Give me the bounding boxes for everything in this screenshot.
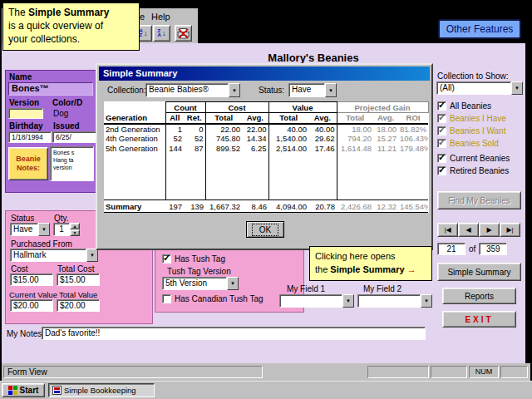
my-field1-select[interactable]	[279, 294, 354, 308]
issued-field[interactable]: 6/25/	[52, 131, 99, 143]
collection-title: Mallory's Beanies	[251, 52, 376, 64]
version-label: Version	[9, 98, 39, 107]
other-features-button[interactable]: Other Features	[438, 19, 521, 39]
start-button[interactable]: Start	[2, 383, 45, 397]
dialog-collection-select[interactable]: Beanie Babies®	[145, 83, 240, 97]
status-bar: Form View NUM	[2, 363, 530, 381]
list-item: All Beanies	[437, 101, 491, 111]
color-label: Color/D	[52, 98, 82, 107]
purchased-from-select[interactable]: Hallmark	[10, 249, 98, 262]
total-cost-field[interactable]: $15.00	[57, 273, 100, 286]
color-field[interactable]: Dog	[53, 109, 68, 118]
has-canadian-tush-tag-label: Has Canadian Tush Tag	[175, 294, 264, 303]
list-item: Beanies I Want	[437, 126, 505, 135]
all-beanies-checkbox[interactable]	[437, 101, 446, 111]
total-cost-label: Total Cost	[57, 264, 94, 273]
simple-summary-button[interactable]: Simple Summary	[437, 263, 521, 281]
tooltip-simple-summary-intro: The Simple Summary is a quick overview o…	[2, 2, 140, 51]
tush-tag-version-label: Tush Tag Version	[167, 267, 231, 276]
name-field[interactable]: Bones™	[8, 82, 93, 96]
beanie-info-panel: Name Bones™ Version Color/D Dog Birthday…	[5, 70, 96, 193]
beanies-sold-checkbox[interactable]	[437, 139, 446, 148]
total-value-label: Total Value	[59, 290, 97, 299]
retired-beanies-checkbox[interactable]	[437, 166, 446, 175]
arrow-down-icon: ↓	[144, 29, 148, 37]
beanies-i-want-checkbox[interactable]	[437, 126, 446, 135]
dialog-title-bar[interactable]: Simple Summary	[99, 66, 430, 81]
version-field[interactable]	[8, 108, 43, 119]
total-value-field[interactable]: $20.00	[57, 299, 100, 312]
chevron-down-icon	[86, 249, 98, 262]
quantity-field[interactable]: 1	[53, 223, 70, 236]
sort-az-icon: AZ	[140, 29, 143, 37]
ok-button[interactable]: OK	[246, 221, 284, 238]
print-icon	[177, 28, 190, 39]
reports-button[interactable]: Reports	[442, 288, 516, 304]
my-field2-label: My Field 2	[363, 284, 401, 293]
previous-record-button[interactable]: ◀	[458, 223, 479, 237]
record-navigation: |◀ ◀ ▶ ▶|	[437, 223, 520, 237]
current-value-label: Current Value	[9, 290, 57, 299]
collection-to-show-select[interactable]: (All)	[436, 81, 523, 95]
my-field2-select[interactable]	[357, 294, 432, 308]
dialog-status-select[interactable]: Have	[288, 83, 337, 97]
arrow-right-icon: →	[407, 264, 416, 274]
tooltip-clicking-here: Clicking here opens the Simple Summary →	[309, 246, 432, 281]
quantity-stepper[interactable]: ▲ ▼	[70, 223, 80, 236]
exit-button[interactable]: EXIT	[442, 311, 516, 328]
status-select[interactable]: Have	[10, 223, 50, 236]
next-record-button[interactable]: ▶	[479, 223, 500, 237]
table-filler-row	[104, 154, 428, 200]
first-record-button[interactable]: |◀	[437, 223, 458, 237]
issued-label: Issued	[53, 121, 80, 131]
my-notes-field[interactable]: Dad's favorite!!	[42, 327, 426, 340]
chevron-down-icon	[38, 223, 50, 236]
has-canadian-tush-tag-checkbox[interactable]	[162, 294, 171, 303]
my-field1-label: My Field 1	[287, 284, 325, 293]
taskbar: Start Simple Bookkeeping	[0, 381, 532, 399]
beanie-notes-preview[interactable]: Bones s Hang ta version	[50, 146, 94, 181]
last-record-button[interactable]: ▶|	[500, 223, 520, 237]
print-button[interactable]	[175, 25, 192, 42]
simple-bookkeeping-icon	[52, 386, 62, 395]
list-item: Current Beanies	[437, 154, 510, 163]
table-row: 4th Generation 52 52 745.80 14.34 1,540.…	[104, 134, 428, 144]
current-beanies-checkbox[interactable]	[437, 154, 446, 163]
dialog-collection-label: Collection:	[107, 86, 146, 95]
arrow-down-icon: ↓	[162, 29, 166, 37]
view-mode-status: Form View	[3, 366, 263, 378]
simple-summary-dialog: Simple Summary Collection: Beanie Babies…	[96, 63, 433, 250]
chevron-down-icon	[421, 294, 432, 308]
list-item: Retired Beanies	[437, 166, 509, 175]
cost-field[interactable]: $15.00	[10, 273, 53, 286]
table-row: 2nd Generation 1 0 22.00 22.00 40.00 40.…	[104, 124, 428, 134]
chevron-down-icon	[511, 81, 523, 95]
tush-tag-version-select[interactable]: 5th Version	[162, 277, 239, 290]
qty-label: Qty.	[54, 214, 69, 223]
summary-table: Count Cost Value Projected Gain Generati…	[104, 101, 429, 213]
has-tush-tag-label: Has Tush Tag	[175, 254, 225, 264]
dialog-status-label: Status:	[259, 86, 284, 95]
birthday-field[interactable]: 1/18/1994	[8, 131, 52, 143]
has-tush-tag-checkbox[interactable]	[162, 254, 171, 264]
screen: e Help AZ ↓ ZA ↓ Mallory's Beanies	[0, 0, 532, 399]
spin-down-button[interactable]: ▼	[70, 229, 80, 236]
status-label: Status	[11, 214, 34, 223]
beanies-i-have-checkbox[interactable]	[437, 114, 446, 123]
table-summary-row: Summary 197 139 1,667.32 8.46 4,094.00 2…	[104, 200, 428, 213]
birthday-label: Birthday	[9, 121, 43, 131]
chevron-down-icon	[342, 294, 354, 308]
taskbar-task-simple-bookkeeping[interactable]: Simple Bookkeeping	[48, 383, 155, 397]
menu-item-help[interactable]: Help	[151, 12, 170, 22]
list-item: Beanies I Have	[437, 114, 506, 123]
chevron-down-icon	[229, 83, 240, 97]
sort-descending-button[interactable]: ZA ↓	[153, 25, 170, 42]
find-my-beanies-button[interactable]: Find My Beanies	[437, 191, 521, 209]
spin-up-button[interactable]: ▲	[70, 223, 80, 229]
menu-item[interactable]: e	[140, 12, 145, 22]
table-row: 5th Generation 144 87 899.52 6.25 2,514.…	[104, 144, 428, 154]
beanie-notes-button[interactable]: Beanie Notes:	[8, 147, 48, 180]
current-value-field[interactable]: $20.00	[10, 299, 53, 312]
chevron-down-icon	[227, 277, 239, 290]
current-record-field[interactable]: 21	[437, 243, 466, 255]
